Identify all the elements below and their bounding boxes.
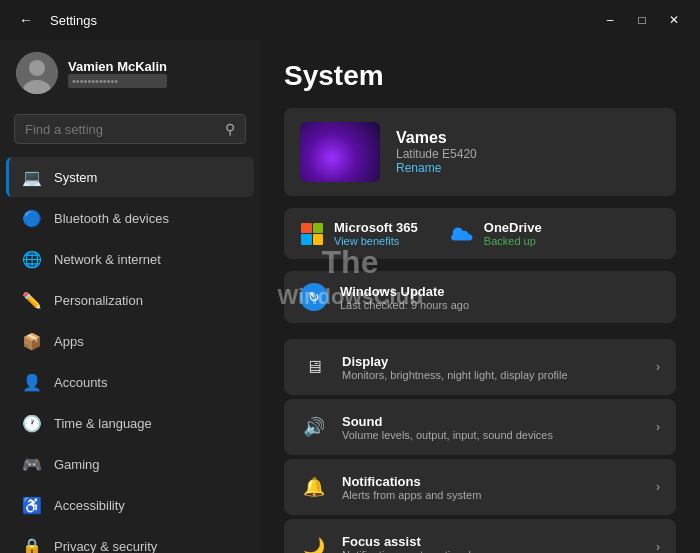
microsoft365-subtitle[interactable]: View benefits <box>334 235 418 247</box>
minimize-button[interactable]: – <box>596 9 624 31</box>
microsoft365-content: Microsoft 365 View benefits <box>334 220 418 247</box>
windows-update-icon: ↻ <box>300 283 328 311</box>
windows-update-title: Windows Update <box>340 284 469 299</box>
sidebar-item-label-bluetooth: Bluetooth & devices <box>54 211 169 226</box>
app-body: Vamien McKalin •••••••••••• ⚲ 💻 System 🔵… <box>0 40 700 553</box>
sidebar: Vamien McKalin •••••••••••• ⚲ 💻 System 🔵… <box>0 40 260 553</box>
titlebar-controls: – □ ✕ <box>596 9 688 31</box>
microsoft365-title: Microsoft 365 <box>334 220 418 235</box>
avatar-image <box>16 52 58 94</box>
apps-icon: 📦 <box>22 331 42 351</box>
network-icon: 🌐 <box>22 249 42 269</box>
user-profile[interactable]: Vamien McKalin •••••••••••• <box>0 40 260 106</box>
sidebar-item-label-accessibility: Accessibility <box>54 498 125 513</box>
sidebar-item-network[interactable]: 🌐 Network & internet <box>6 239 254 279</box>
sidebar-item-bluetooth[interactable]: 🔵 Bluetooth & devices <box>6 198 254 238</box>
user-info: Vamien McKalin •••••••••••• <box>68 59 167 88</box>
onedrive-subtitle[interactable]: Backed up <box>484 235 542 247</box>
settings-list: 🖥 Display Monitors, brightness, night li… <box>284 339 676 553</box>
device-rename-button[interactable]: Rename <box>396 161 477 175</box>
notifications-chevron: › <box>656 480 660 494</box>
main-content: System Vames Latitude E5420 Rename <box>260 40 700 553</box>
sidebar-item-privacy[interactable]: 🔒 Privacy & security <box>6 526 254 553</box>
sidebar-item-label-accounts: Accounts <box>54 375 107 390</box>
search-box: ⚲ <box>14 114 246 144</box>
sidebar-item-label-time: Time & language <box>54 416 152 431</box>
sidebar-item-label-system: System <box>54 170 97 185</box>
focus-chevron: › <box>656 540 660 553</box>
device-card: Vames Latitude E5420 Rename <box>284 108 676 196</box>
sidebar-item-label-apps: Apps <box>54 334 84 349</box>
onedrive-content: OneDrive Backed up <box>484 220 542 247</box>
setting-item-sound[interactable]: 🔊 Sound Volume levels, output, input, so… <box>284 399 676 455</box>
ms365-grid-icon <box>301 223 323 245</box>
device-thumbnail <box>300 122 380 182</box>
services-row: Microsoft 365 View benefits OneDrive Bac… <box>284 208 676 259</box>
focus-text: Focus assist Notifications, automatic ru… <box>342 534 642 554</box>
system-icon: 💻 <box>22 167 42 187</box>
user-name: Vamien McKalin <box>68 59 167 74</box>
sound-desc: Volume levels, output, input, sound devi… <box>342 429 642 441</box>
user-email: •••••••••••• <box>68 74 167 88</box>
sidebar-item-time[interactable]: 🕐 Time & language <box>6 403 254 443</box>
device-name: Vames <box>396 129 477 147</box>
privacy-icon: 🔒 <box>22 536 42 553</box>
titlebar-left: ← Settings <box>12 9 97 31</box>
display-title: Display <box>342 354 642 369</box>
focus-icon: 🌙 <box>300 533 328 553</box>
setting-item-display[interactable]: 🖥 Display Monitors, brightness, night li… <box>284 339 676 395</box>
maximize-button[interactable]: □ <box>628 9 656 31</box>
microsoft365-icon <box>300 222 324 246</box>
search-icon: ⚲ <box>225 121 235 137</box>
accounts-icon: 👤 <box>22 372 42 392</box>
display-text: Display Monitors, brightness, night ligh… <box>342 354 642 381</box>
notifications-icon: 🔔 <box>300 473 328 501</box>
sidebar-item-label-gaming: Gaming <box>54 457 100 472</box>
svg-point-1 <box>29 60 45 76</box>
sidebar-item-accessibility[interactable]: ♿ Accessibility <box>6 485 254 525</box>
display-chevron: › <box>656 360 660 374</box>
sidebar-item-label-privacy: Privacy & security <box>54 539 157 554</box>
bluetooth-icon: 🔵 <box>22 208 42 228</box>
sidebar-item-system[interactable]: 💻 System <box>6 157 254 197</box>
sound-chevron: › <box>656 420 660 434</box>
sound-text: Sound Volume levels, output, input, soun… <box>342 414 642 441</box>
windows-update-subtitle: Last checked: 9 hours ago <box>340 299 469 311</box>
device-info: Vames Latitude E5420 Rename <box>396 129 477 175</box>
sidebar-item-personalization[interactable]: ✏️ Personalization <box>6 280 254 320</box>
personalization-icon: ✏️ <box>22 290 42 310</box>
titlebar: ← Settings – □ ✕ <box>0 0 700 40</box>
sidebar-item-label-personalization: Personalization <box>54 293 143 308</box>
accessibility-icon: ♿ <box>22 495 42 515</box>
app-title: Settings <box>50 13 97 28</box>
close-button[interactable]: ✕ <box>660 9 688 31</box>
search-input[interactable] <box>25 122 217 137</box>
back-button[interactable]: ← <box>12 9 40 31</box>
notifications-text: Notifications Alerts from apps and syste… <box>342 474 642 501</box>
time-icon: 🕐 <box>22 413 42 433</box>
onedrive-item: OneDrive Backed up <box>450 220 542 247</box>
display-icon: 🖥 <box>300 353 328 381</box>
onedrive-icon <box>450 222 474 246</box>
microsoft365-item: Microsoft 365 View benefits <box>300 220 418 247</box>
display-desc: Monitors, brightness, night light, displ… <box>342 369 642 381</box>
windows-update-info: Windows Update Last checked: 9 hours ago <box>340 284 469 311</box>
sidebar-item-apps[interactable]: 📦 Apps <box>6 321 254 361</box>
sidebar-item-accounts[interactable]: 👤 Accounts <box>6 362 254 402</box>
sound-title: Sound <box>342 414 642 429</box>
sidebar-item-gaming[interactable]: 🎮 Gaming <box>6 444 254 484</box>
setting-item-focus[interactable]: 🌙 Focus assist Notifications, automatic … <box>284 519 676 553</box>
sound-icon: 🔊 <box>300 413 328 441</box>
notifications-title: Notifications <box>342 474 642 489</box>
device-model: Latitude E5420 <box>396 147 477 161</box>
sidebar-nav: 💻 System 🔵 Bluetooth & devices 🌐 Network… <box>0 156 260 553</box>
onedrive-title: OneDrive <box>484 220 542 235</box>
sidebar-item-label-network: Network & internet <box>54 252 161 267</box>
notifications-desc: Alerts from apps and system <box>342 489 642 501</box>
avatar <box>16 52 58 94</box>
setting-item-notifications[interactable]: 🔔 Notifications Alerts from apps and sys… <box>284 459 676 515</box>
windows-update-row[interactable]: ↻ Windows Update Last checked: 9 hours a… <box>284 271 676 323</box>
focus-title: Focus assist <box>342 534 642 549</box>
focus-desc: Notifications, automatic rules <box>342 549 642 554</box>
page-title: System <box>284 60 676 92</box>
